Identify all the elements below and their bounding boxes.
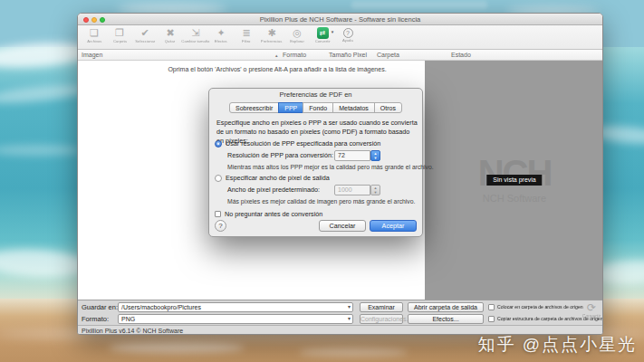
tab-otros[interactable]: Otros — [374, 102, 402, 113]
sand-foam — [299, 348, 408, 357]
no-ask-checkbox[interactable] — [215, 211, 221, 217]
dpi-radio-option[interactable]: Usar resolución de PPP especificada para… — [215, 139, 380, 148]
accept-button[interactable]: Aceptar — [370, 220, 417, 232]
browse-button[interactable]: Examinar — [360, 302, 403, 312]
stepper-down-icon[interactable]: ▼ — [371, 190, 380, 195]
toolbar-remove[interactable]: ✖ Quitar — [158, 27, 183, 45]
toolbar-effects[interactable]: ✦ Efectos — [208, 27, 234, 45]
convert-arrows-icon: ⟳ — [578, 301, 602, 314]
column-tamano[interactable]: Tamaño Pixel — [329, 50, 367, 61]
tab-metadatos[interactable]: Metadatos — [332, 102, 375, 113]
window-titlebar[interactable]: Pixillion Plus de NCH Software - Softwar… — [78, 14, 602, 25]
effects-icon: ✦ — [216, 27, 225, 39]
format-label: Formato: — [82, 314, 109, 324]
convert-dropdown-icon[interactable]: ▾ — [332, 29, 334, 34]
toolbar-filter[interactable]: ≣ Filtro — [234, 27, 259, 45]
chevron-down-icon: ▾ — [348, 315, 351, 323]
list-header: Imagen ▴ Formato Tamaño Pixel Carpeta Es… — [78, 50, 602, 61]
sand-foam — [109, 342, 245, 353]
nch-software-label: NCH Software — [425, 193, 603, 204]
toolbar: ❏ Archivos ❐ Carpeta ✔ Seleccionar ✖ Qui… — [78, 25, 602, 50]
toolbar-resize[interactable]: ⇲ Cambiar tamaño — [183, 27, 208, 45]
tab-ppp[interactable]: PPP — [278, 102, 303, 113]
select-icon: ✔ — [140, 27, 149, 39]
toolbar-explore[interactable]: ◎ Explorar — [284, 27, 310, 45]
save-to-label: Guardar en: — [82, 302, 118, 312]
radio-selected-icon[interactable] — [215, 140, 222, 148]
empty-list-hint: Oprima el botón 'Archivos' o presione Al… — [137, 66, 418, 72]
preview-panel: NCH Sin vista previa NCH Software — [425, 61, 603, 300]
width-note: Más píxeles es mejor calidad de imagen p… — [227, 198, 415, 205]
cancel-button[interactable]: Cancelar — [319, 220, 366, 232]
dpi-value-field[interactable]: 72 — [334, 150, 370, 161]
dialog-title: Preferencias de PDF en — [209, 90, 422, 99]
save-path-combo[interactable]: /Users/macbookpro/Pictures ▾ — [118, 302, 353, 312]
no-preview-badge: Sin vista previa — [486, 175, 542, 186]
column-imagen[interactable]: Imagen — [82, 50, 102, 61]
settings-button[interactable]: Configuraciones... — [360, 314, 403, 324]
copy-structure-checkbox[interactable] — [488, 316, 495, 322]
width-field-label: Ancho de píxel predeterminado: — [227, 185, 320, 195]
open-output-folder-button[interactable]: Abrir carpeta de salida — [408, 302, 484, 312]
toolbar-convert[interactable]: ▾ ⇄ Convertir — [310, 27, 335, 45]
dpi-stepper[interactable]: ▲ ▼ — [370, 150, 380, 161]
same-folder-checkbox[interactable] — [488, 304, 495, 310]
toolbar-add-folder[interactable]: ❐ Carpeta — [107, 27, 132, 45]
dialog-tabs: Sobreescribir PPP Fondo Metadatos Otros — [209, 102, 422, 113]
toolbar-help[interactable]: ? Ayuda — [335, 27, 360, 44]
toolbar-add-files[interactable]: ❏ Archivos — [82, 27, 107, 45]
radio-unselected-icon[interactable] — [215, 175, 222, 182]
dialog-help-button[interactable]: ? — [215, 220, 226, 232]
remove-icon: ✖ — [166, 27, 174, 39]
filter-icon: ≣ — [242, 27, 250, 39]
convert-button[interactable]: ⟳ Convertir — [578, 301, 602, 325]
zhihu-watermark: 知乎 @点点小星光 — [477, 333, 637, 357]
format-combo[interactable]: PNG ▾ — [118, 314, 353, 324]
column-carpeta[interactable]: Carpeta — [377, 50, 399, 61]
explore-icon: ◎ — [293, 27, 302, 39]
preferences-icon: ✱ — [267, 27, 275, 39]
status-text: Pixillion Plus v6.14 © NCH Software — [82, 326, 183, 335]
toolbar-preferences[interactable]: ✱ Preferencias — [259, 27, 284, 45]
tab-sobreescribir[interactable]: Sobreescribir — [229, 102, 279, 113]
nch-watermark: NCH — [425, 155, 603, 191]
width-radio-option[interactable]: Especificar ancho de píxel de salida — [215, 174, 330, 182]
add-files-icon: ❏ — [90, 27, 99, 39]
dpi-field-label: Resolución de PPP para conversión: — [227, 150, 333, 161]
resize-icon: ⇲ — [191, 27, 199, 39]
width-stepper[interactable]: ▲ ▼ — [370, 185, 380, 195]
effects-button[interactable]: Efectos... — [408, 314, 484, 324]
column-estado[interactable]: Estado — [451, 50, 471, 61]
toolbar-select[interactable]: ✔ Seleccionar — [132, 27, 158, 45]
window-title: Pixillion Plus de NCH Software - Softwar… — [78, 14, 602, 25]
width-value-field[interactable]: 1000 — [334, 185, 370, 195]
no-ask-option[interactable]: No preguntar antes de conversión — [215, 210, 322, 218]
convert-icon: ⇄ — [317, 27, 329, 39]
preferences-dialog: Preferencias de PDF en Sobreescribir PPP… — [208, 88, 423, 237]
output-bar: Guardar en: /Users/macbookpro/Pictures ▾… — [78, 300, 602, 325]
add-folder-icon: ❐ — [115, 27, 124, 39]
tab-fondo[interactable]: Fondo — [303, 102, 333, 113]
chevron-down-icon: ▾ — [348, 303, 351, 311]
dpi-note: Mientras más altos los PPP mejor es la c… — [227, 164, 434, 170]
top-watermark-glare — [351, 1, 487, 9]
column-formato[interactable]: Formato — [283, 50, 306, 61]
help-icon: ? — [343, 28, 353, 38]
stepper-down-icon[interactable]: ▼ — [371, 156, 380, 160]
